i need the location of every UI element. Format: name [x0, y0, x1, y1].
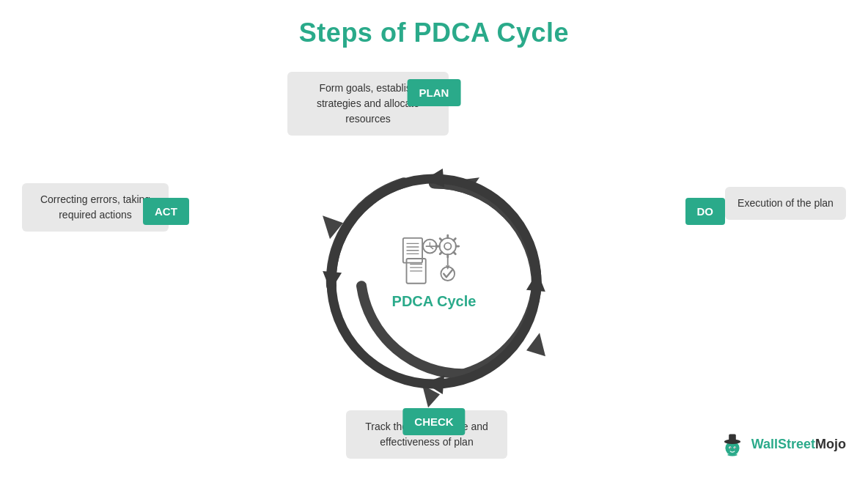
center-content: PDCA Cycle — [375, 231, 493, 310]
desc-do: Execution of the plan — [725, 187, 846, 220]
logo-icon — [718, 429, 747, 459]
svg-point-18 — [444, 243, 451, 249]
svg-line-25 — [454, 239, 456, 241]
logo: WallStreetMojo — [718, 429, 846, 459]
step-check-badge: CHECK — [402, 408, 465, 435]
svg-rect-37 — [729, 434, 736, 442]
svg-line-23 — [440, 239, 442, 241]
svg-line-26 — [440, 252, 442, 254]
step-act-badge: ACT — [143, 198, 189, 225]
step-do-badge: DO — [685, 198, 726, 225]
svg-point-41 — [734, 447, 735, 448]
logo-text: WallStreetMojo — [751, 437, 846, 452]
center-label: PDCA Cycle — [375, 293, 493, 310]
svg-point-40 — [729, 447, 731, 448]
page-title: Steps of PDCA Cycle — [0, 0, 868, 48]
svg-line-24 — [454, 252, 456, 254]
diagram-container: PDCA Cycle PLAN DO CHECK ACT Form goals,… — [0, 59, 868, 473]
svg-marker-7 — [424, 169, 444, 189]
center-icons — [375, 231, 493, 289]
step-plan-badge: PLAN — [408, 79, 461, 106]
